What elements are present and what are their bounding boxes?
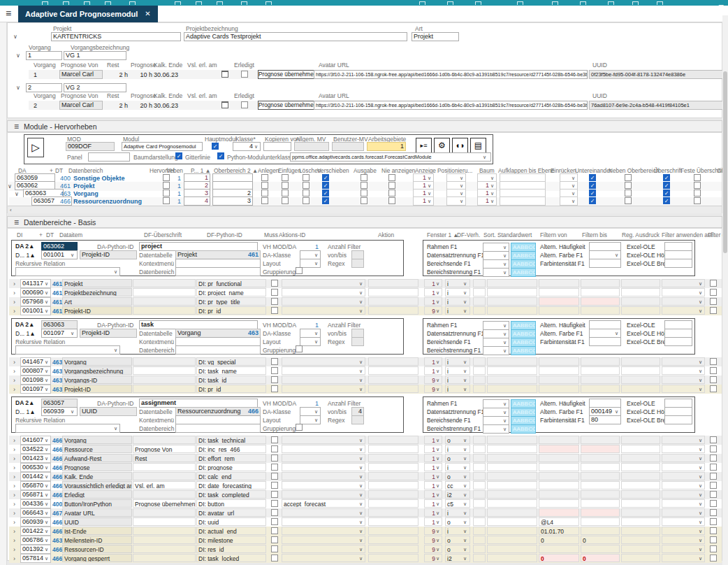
- row-expander-icon[interactable]: ›: [13, 464, 15, 471]
- chevron-down-icon[interactable]: ∨: [45, 520, 48, 525]
- sort-cell[interactable]: [473, 499, 486, 508]
- chevron-down-icon[interactable]: ∨: [436, 465, 439, 471]
- neben-oberbereich-checkbox[interactable]: [625, 189, 632, 196]
- row-expander-icon[interactable]: ›: [13, 537, 15, 544]
- datenbereich-field[interactable]: [175, 345, 261, 355]
- row-expander-icon[interactable]: ›: [13, 492, 15, 499]
- row-expander-icon[interactable]: ›: [13, 280, 15, 287]
- filter-deak-checkbox[interactable]: [710, 289, 717, 296]
- filtern-von-cell[interactable]: [539, 297, 579, 306]
- filtern-von-cell[interactable]: [539, 454, 579, 462]
- standardwert-cell[interactable]: [487, 445, 537, 453]
- standardwert-cell[interactable]: [487, 545, 537, 553]
- chevron-down-icon[interactable]: ∨: [45, 501, 48, 507]
- chevron-down-icon[interactable]: ∨: [436, 378, 439, 383]
- sort-cell[interactable]: [473, 385, 486, 393]
- filtern-bis-cell[interactable]: [581, 306, 620, 315]
- chevron-down-icon[interactable]: ∨: [460, 191, 463, 196]
- chevron-down-icon[interactable]: ∨: [359, 456, 363, 462]
- chevron-down-icon[interactable]: ∨: [699, 474, 702, 480]
- oberbereich-field[interactable]: 3: [212, 196, 253, 206]
- row-expander-icon[interactable]: ›: [13, 368, 15, 375]
- chevron-down-icon[interactable]: ∨: [572, 199, 575, 204]
- filtern-bis-cell[interactable]: [581, 436, 620, 444]
- chevron-down-icon[interactable]: ∨: [463, 359, 467, 365]
- chevron-down-icon[interactable]: ∨: [114, 426, 117, 431]
- datenbereich-link[interactable]: Sonstige Objekte: [73, 175, 125, 182]
- sort-cell[interactable]: [473, 306, 486, 315]
- reg-ausdruck-cell[interactable]: [621, 490, 660, 499]
- datenbereich-field[interactable]: [175, 424, 261, 433]
- row-expander-icon[interactable]: ›: [13, 482, 15, 489]
- standardwert-cell[interactable]: [487, 536, 537, 544]
- chevron-down-icon[interactable]: ∨: [699, 501, 702, 507]
- aktion-cell[interactable]: [368, 385, 418, 393]
- filter-deak-checkbox[interactable]: [710, 455, 717, 462]
- chevron-down-icon[interactable]: ∨: [359, 308, 363, 314]
- vorgang-name-field[interactable]: VG 2: [64, 83, 126, 92]
- sort-cell[interactable]: [473, 366, 486, 375]
- da-col-header[interactable]: VH: [166, 167, 175, 174]
- filter-deak-checkbox[interactable]: [710, 445, 717, 452]
- chevron-down-icon[interactable]: ∨: [490, 191, 494, 196]
- row-expander-icon[interactable]: ›: [13, 455, 15, 462]
- reg-ausdruck-cell[interactable]: [621, 545, 660, 553]
- chevron-down-icon[interactable]: ∨: [699, 492, 702, 498]
- sort-cell[interactable]: [473, 554, 486, 562]
- verschieben-checkbox[interactable]: ✓: [322, 189, 329, 196]
- chevron-down-icon[interactable]: ∨: [359, 520, 363, 525]
- filtern-bis-cell[interactable]: [581, 508, 620, 517]
- chevron-down-icon[interactable]: ∨: [699, 547, 702, 552]
- reg-ausdruck-cell[interactable]: [621, 288, 660, 296]
- standardwert-cell[interactable]: [487, 508, 537, 517]
- reg-ausdruck-cell[interactable]: [621, 357, 660, 366]
- chevron-down-icon[interactable]: ∨: [699, 359, 702, 365]
- sort-cell[interactable]: [473, 376, 486, 384]
- aktions-id-cell[interactable]: [282, 490, 365, 499]
- chevron-down-icon[interactable]: ∨: [436, 483, 439, 489]
- basis-col-header[interactable]: Dataitem: [59, 231, 82, 238]
- sort-cell[interactable]: [473, 436, 486, 444]
- section-menu-icon[interactable]: ≡: [14, 217, 19, 227]
- standardwert-cell[interactable]: [487, 463, 537, 471]
- chevron-down-icon[interactable]: ∨: [503, 245, 507, 250]
- chevron-down-icon[interactable]: ∨: [428, 176, 431, 181]
- chevron-down-icon[interactable]: ∨: [463, 556, 467, 562]
- basis-col-header[interactable]: Muss: [264, 231, 278, 238]
- basis-col-header[interactable]: DI: [17, 231, 22, 238]
- ueberschrift-checkbox[interactable]: ✓: [663, 197, 670, 204]
- basis-col-header[interactable]: Filtern von: [540, 231, 567, 238]
- chevron-down-icon[interactable]: ∨: [45, 387, 48, 392]
- chevron-down-icon[interactable]: ∨: [699, 299, 702, 305]
- chevron-down-icon[interactable]: ∨: [359, 538, 363, 543]
- da-col-header[interactable]: Verschieben: [317, 167, 349, 174]
- project-name-field[interactable]: Adaptive Cards Testprojekt: [184, 32, 407, 41]
- aktion-cell[interactable]: [368, 517, 418, 526]
- muss-checkbox[interactable]: [271, 555, 278, 562]
- chevron-down-icon[interactable]: ∨: [699, 520, 702, 525]
- muss-checkbox[interactable]: [271, 545, 278, 552]
- project-expander-icon[interactable]: ∨: [13, 34, 17, 40]
- calendar-icon[interactable]: [221, 101, 228, 108]
- basis-col-header[interactable]: Filtern bis: [582, 231, 607, 238]
- farbintensitaet-field[interactable]: 80: [589, 415, 621, 424]
- standardwert-cell[interactable]: [487, 376, 537, 384]
- basis-section-header[interactable]: ≡Datenbereiche - Basis: [7, 216, 722, 228]
- filtern-bis-cell[interactable]: [581, 357, 620, 366]
- chevron-down-icon[interactable]: ∨: [699, 308, 702, 314]
- row-expander-icon[interactable]: ›: [13, 519, 15, 526]
- reg-ausdruck-cell[interactable]: [621, 279, 660, 287]
- chevron-down-icon[interactable]: ∨: [359, 369, 363, 374]
- loeschen-checkbox[interactable]: [303, 189, 310, 196]
- chevron-down-icon[interactable]: ∨: [503, 410, 507, 415]
- chevron-down-icon[interactable]: ∨: [483, 155, 486, 160]
- datenbereich-link[interactable]: Vorgang: [73, 190, 99, 197]
- standardwert-cell[interactable]: [487, 490, 537, 499]
- chevron-down-icon[interactable]: ∨: [359, 438, 363, 443]
- basis-col-header[interactable]: DF-Überschrift: [144, 231, 182, 238]
- p-field[interactable]: 4: [184, 196, 210, 206]
- datenbereich-link[interactable]: Projekt: [73, 183, 95, 189]
- sort-cell[interactable]: [473, 481, 486, 489]
- aktion-cell[interactable]: [368, 366, 418, 375]
- reg-ausdruck-cell[interactable]: [621, 463, 660, 471]
